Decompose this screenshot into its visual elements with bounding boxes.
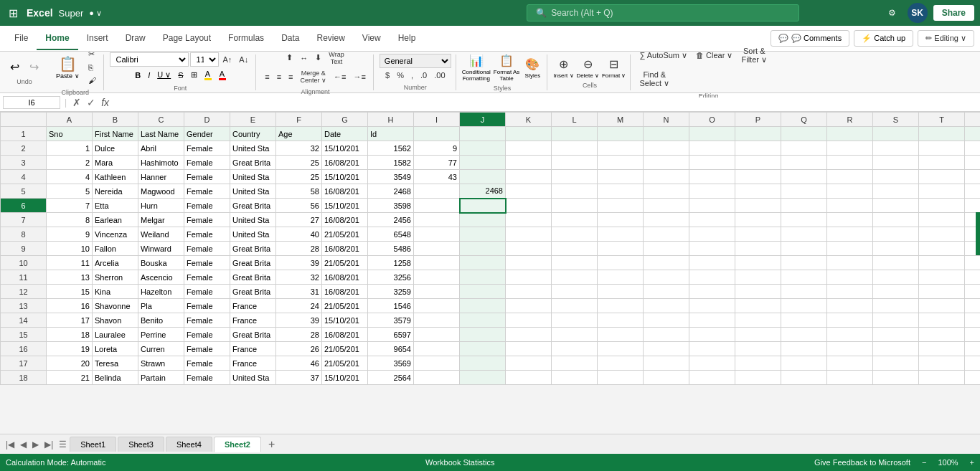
cell-R18[interactable]	[827, 371, 873, 385]
cell-E2[interactable]: United Sta	[230, 141, 276, 156]
align-bottom-button[interactable]: ⬇	[312, 52, 324, 64]
cell-T2[interactable]	[919, 141, 965, 156]
cell-O11[interactable]	[689, 270, 735, 285]
col-header-f[interactable]: F	[276, 113, 322, 127]
cell-B6[interactable]: Etta	[93, 199, 138, 213]
cell-D16[interactable]: Female	[184, 342, 230, 356]
cell-G7[interactable]: 16/08/201	[322, 213, 368, 227]
cell-R9[interactable]	[827, 242, 873, 256]
cell-D4[interactable]: Female	[184, 170, 230, 184]
cell-Q6[interactable]	[781, 199, 827, 213]
col-header-c[interactable]: C	[138, 113, 184, 127]
cell-G6[interactable]: 15/10/201	[322, 199, 368, 213]
cell-A1[interactable]: Sno	[47, 127, 93, 141]
cell-Q18[interactable]	[781, 371, 827, 385]
cell-H1[interactable]: Id	[368, 127, 414, 141]
cell-O13[interactable]	[689, 299, 735, 313]
cell-A2[interactable]: 1	[47, 141, 93, 156]
formula-cross-icon[interactable]: ✗	[71, 97, 83, 108]
cell-C3[interactable]: Hashimoto	[138, 156, 184, 170]
cell-J11[interactable]	[460, 270, 506, 285]
cell-T11[interactable]	[919, 270, 965, 285]
cell-U13[interactable]	[965, 299, 981, 313]
cell-F8[interactable]: 40	[276, 227, 322, 242]
cell-P10[interactable]	[735, 256, 781, 270]
cell-E4[interactable]: United Sta	[230, 170, 276, 184]
cell-L6[interactable]	[552, 199, 598, 213]
cell-N15[interactable]	[644, 328, 689, 342]
format-cells-button[interactable]: ⊟	[606, 56, 621, 72]
cell-K2[interactable]	[506, 141, 552, 156]
settings-button[interactable]: ⚙	[882, 5, 902, 21]
cell-P9[interactable]	[735, 242, 781, 256]
cell-D13[interactable]: Female	[184, 299, 230, 313]
col-header-m[interactable]: M	[598, 113, 644, 127]
cell-reference-input[interactable]	[3, 96, 60, 109]
row-header[interactable]: 11	[1, 270, 47, 285]
cell-E10[interactable]: Great Brita	[230, 256, 276, 270]
cell-U1[interactable]	[965, 127, 981, 141]
row-header[interactable]: 10	[1, 256, 47, 270]
cell-S2[interactable]	[873, 141, 919, 156]
cell-R6[interactable]	[827, 199, 873, 213]
row-header[interactable]: 9	[1, 242, 47, 256]
cell-Q12[interactable]	[781, 285, 827, 299]
autosave-indicator[interactable]: ● ∨	[89, 9, 102, 18]
cell-C15[interactable]: Perrine	[138, 328, 184, 342]
cell-F4[interactable]: 25	[276, 170, 322, 184]
cell-O6[interactable]	[689, 199, 735, 213]
cell-K18[interactable]	[506, 371, 552, 385]
cell-D18[interactable]: Female	[184, 371, 230, 385]
cell-R1[interactable]	[827, 127, 873, 141]
sheet-nav-next-next[interactable]: ▶|	[42, 439, 56, 449]
cell-B13[interactable]: Shavonne	[93, 299, 138, 313]
align-middle-button[interactable]: ↔	[297, 52, 311, 64]
cell-B9[interactable]: Fallon	[93, 242, 138, 256]
cell-F7[interactable]: 27	[276, 213, 322, 227]
cell-B2[interactable]: Dulce	[93, 141, 138, 156]
cell-R14[interactable]	[827, 313, 873, 328]
col-header-j[interactable]: J	[460, 113, 506, 127]
cell-L14[interactable]	[552, 313, 598, 328]
cell-H8[interactable]: 6548	[368, 227, 414, 242]
cell-U17[interactable]	[965, 356, 981, 371]
cell-M2[interactable]	[598, 141, 644, 156]
cell-U5[interactable]	[965, 184, 981, 199]
cell-F16[interactable]: 26	[276, 342, 322, 356]
zoom-decrease-button[interactable]: −	[922, 458, 926, 467]
cell-L8[interactable]	[552, 227, 598, 242]
cell-N4[interactable]	[644, 170, 689, 184]
row-header[interactable]: 16	[1, 342, 47, 356]
cell-F17[interactable]: 46	[276, 356, 322, 371]
cell-Q1[interactable]	[781, 127, 827, 141]
cell-S7[interactable]	[873, 213, 919, 227]
cell-A14[interactable]: 17	[47, 313, 93, 328]
cell-M12[interactable]	[598, 285, 644, 299]
cell-S8[interactable]	[873, 227, 919, 242]
cell-D7[interactable]: Female	[184, 213, 230, 227]
cell-K7[interactable]	[506, 213, 552, 227]
cell-I17[interactable]	[414, 356, 460, 371]
cell-C5[interactable]: Magwood	[138, 184, 184, 199]
cell-R15[interactable]	[827, 328, 873, 342]
row-header[interactable]: 14	[1, 313, 47, 328]
cell-O17[interactable]	[689, 356, 735, 371]
cell-E17[interactable]: France	[230, 356, 276, 371]
cell-E9[interactable]: Great Brita	[230, 242, 276, 256]
cell-K10[interactable]	[506, 256, 552, 270]
cell-C2[interactable]: Abril	[138, 141, 184, 156]
cell-H15[interactable]: 6597	[368, 328, 414, 342]
indent-decrease-button[interactable]: ←≡	[331, 71, 349, 82]
cell-L2[interactable]	[552, 141, 598, 156]
cell-M7[interactable]	[598, 213, 644, 227]
formula-fx-icon[interactable]: fx	[100, 97, 110, 108]
cell-S5[interactable]	[873, 184, 919, 199]
cell-U4[interactable]	[965, 170, 981, 184]
cell-J15[interactable]	[460, 328, 506, 342]
cell-I18[interactable]	[414, 371, 460, 385]
col-header-s[interactable]: S	[873, 113, 919, 127]
cell-U3[interactable]	[965, 156, 981, 170]
share-button[interactable]: Share	[933, 5, 974, 21]
cell-Q11[interactable]	[781, 270, 827, 285]
cell-I1[interactable]	[414, 127, 460, 141]
